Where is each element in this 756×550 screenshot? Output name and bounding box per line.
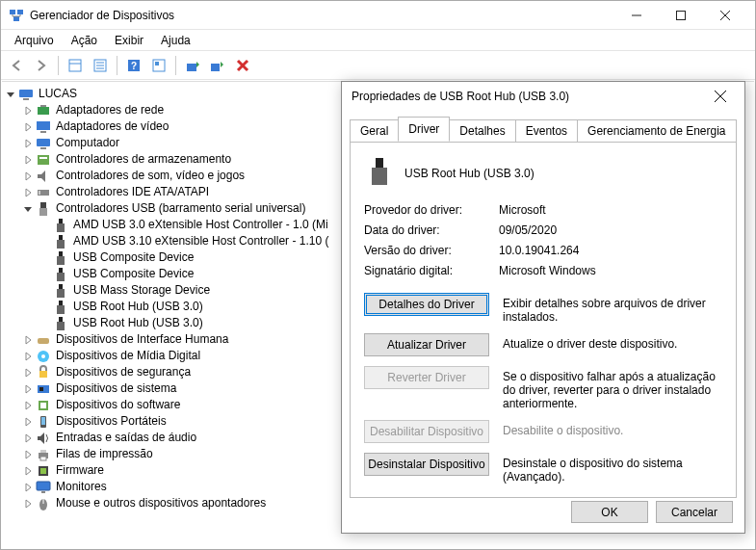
- expander-icon[interactable]: [21, 186, 35, 199]
- monitor-icon: [36, 480, 51, 495]
- toolbar-scan[interactable]: [147, 54, 170, 77]
- provider-value: Microsoft: [499, 203, 722, 217]
- usb-icon: [36, 201, 51, 217]
- tab-detalhes[interactable]: Detalhes: [449, 119, 515, 143]
- toolbar-help[interactable]: ?: [122, 54, 145, 77]
- tree-item-label: Controladores de armazenamento: [54, 151, 233, 168]
- provider-label: Provedor do driver:: [364, 203, 499, 217]
- menu-acao[interactable]: Ação: [64, 32, 105, 49]
- hid-icon: [36, 332, 51, 348]
- version-label: Versão do driver:: [364, 244, 499, 257]
- expander-icon[interactable]: [39, 235, 52, 249]
- svg-rect-51: [211, 64, 220, 71]
- expander-icon[interactable]: [21, 333, 35, 347]
- tab-eventos[interactable]: Eventos: [515, 119, 578, 143]
- menubar: Arquivo Ação Exibir Ajuda: [1, 30, 755, 51]
- tree-item-label: Controladores IDE ATA/ATAPI: [54, 184, 211, 200]
- system-icon: [36, 381, 51, 397]
- app-icon: [9, 8, 24, 23]
- expander-icon[interactable]: [21, 153, 35, 167]
- expander-icon[interactable]: [21, 415, 35, 429]
- expander-icon[interactable]: [21, 350, 35, 363]
- menu-ajuda[interactable]: Ajuda: [153, 32, 198, 49]
- usb-dev-icon: [53, 300, 68, 315]
- expander-icon[interactable]: [21, 137, 35, 150]
- firmware-icon: [36, 463, 51, 479]
- driver-details-button[interactable]: Detalhes do Driver: [364, 293, 489, 316]
- expander-icon[interactable]: [21, 448, 35, 461]
- expander-icon[interactable]: [39, 219, 52, 232]
- menu-arquivo[interactable]: Arquivo: [7, 32, 62, 49]
- version-value: 10.0.19041.264: [499, 244, 722, 257]
- computer-icon: [36, 136, 51, 151]
- expander-icon[interactable]: [21, 481, 35, 494]
- toolbar-disable[interactable]: [231, 54, 254, 77]
- toolbar-update[interactable]: [181, 54, 204, 77]
- tab-strip: Geral Driver Detalhes Eventos Gerenciame…: [342, 111, 744, 142]
- titlebar: Gerenciador de Dispositivos: [1, 1, 755, 30]
- expander-icon[interactable]: [21, 497, 35, 511]
- net-icon: [36, 103, 51, 118]
- uninstall-device-desc: Desinstale o dispositivo do sistema (Ava…: [503, 453, 722, 484]
- tab-geral[interactable]: Geral: [350, 119, 399, 143]
- expander-icon[interactable]: [21, 399, 35, 412]
- expander-icon[interactable]: [21, 382, 35, 396]
- tab-energia[interactable]: Gerenciamento de Energia: [577, 119, 736, 143]
- minimize-button[interactable]: [614, 1, 659, 29]
- toolbar: ?: [1, 51, 755, 80]
- toolbar-forward[interactable]: [30, 54, 53, 77]
- close-button[interactable]: [703, 1, 747, 29]
- tree-item-label: AMD USB 3.0 eXtensible Host Controller -…: [71, 217, 330, 233]
- toolbar-back[interactable]: [5, 54, 28, 77]
- expander-icon[interactable]: [4, 88, 17, 101]
- expander-icon[interactable]: [39, 268, 52, 281]
- tree-item-label: LUCAS: [37, 86, 79, 102]
- maximize-button[interactable]: [659, 1, 703, 29]
- menu-exibir[interactable]: Exibir: [107, 32, 151, 49]
- tree-item-label: Controladores USB (barramento serial uni…: [54, 200, 307, 217]
- expander-icon[interactable]: [39, 301, 52, 314]
- tree-item-label: Dispositivos do software: [54, 397, 182, 413]
- disable-device-desc: Desabilite o dispositivo.: [503, 420, 722, 437]
- ok-button[interactable]: OK: [571, 501, 648, 523]
- media-icon: [36, 349, 51, 364]
- expander-icon[interactable]: [21, 432, 35, 445]
- software-icon: [36, 398, 51, 413]
- expander-icon[interactable]: [39, 317, 52, 330]
- update-driver-button[interactable]: Atualizar Driver: [364, 333, 489, 356]
- expander-icon[interactable]: [39, 251, 52, 265]
- cancel-button[interactable]: Cancelar: [656, 501, 733, 523]
- mouse-icon: [36, 496, 51, 511]
- expander-icon[interactable]: [39, 284, 52, 298]
- tree-item-label: Dispositivos de segurança: [54, 364, 193, 380]
- toolbar-show-hide[interactable]: [64, 54, 87, 77]
- expander-icon[interactable]: [21, 366, 35, 380]
- audio-icon: [36, 431, 51, 446]
- toolbar-properties[interactable]: [89, 54, 112, 77]
- date-label: Data do driver:: [364, 223, 499, 237]
- svg-rect-49: [155, 62, 159, 65]
- security-icon: [36, 365, 51, 380]
- display-icon: [36, 119, 51, 135]
- tree-item-label: USB Root Hub (USB 3.0): [71, 299, 205, 315]
- tree-item-label: USB Composite Device: [71, 249, 196, 266]
- properties-dialog: Propriedades de USB Root Hub (USB 3.0) G…: [341, 81, 745, 534]
- expander-icon[interactable]: [21, 464, 35, 478]
- tree-item-label: Mouse e outros dispositivos apontadores: [54, 495, 268, 511]
- tree-item-label: Monitores: [54, 479, 109, 495]
- dialog-close-button[interactable]: [706, 83, 735, 110]
- tree-item-label: Computador: [54, 135, 121, 151]
- rollback-driver-desc: Se o dispositivo falhar após a atualizaç…: [503, 366, 722, 410]
- tree-item-label: Dispositivos Portáteis: [54, 413, 169, 430]
- uninstall-device-button[interactable]: Desinstalar Dispositivo: [364, 453, 489, 476]
- tree-item-label: Firmware: [54, 462, 106, 479]
- update-driver-desc: Atualize o driver deste dispositivo.: [503, 333, 722, 351]
- expander-icon[interactable]: [21, 120, 35, 134]
- toolbar-uninstall[interactable]: [206, 54, 229, 77]
- expander-icon[interactable]: [21, 202, 35, 216]
- usb-dev-icon: [53, 267, 68, 282]
- expander-icon[interactable]: [21, 104, 35, 118]
- svg-text:?: ?: [131, 61, 137, 71]
- tab-driver[interactable]: Driver: [398, 117, 450, 142]
- expander-icon[interactable]: [21, 170, 35, 183]
